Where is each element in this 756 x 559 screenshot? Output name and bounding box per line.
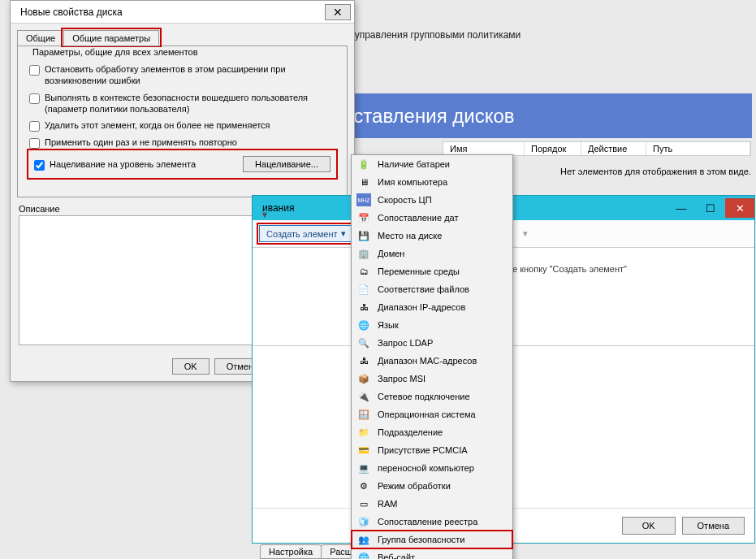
msi-icon: 📦 (356, 372, 371, 385)
group-label: Параметры, общие для всех элементов (29, 47, 201, 57)
menu-item-ram[interactable]: ▭RAM (352, 495, 512, 513)
menu-item-computer-name[interactable]: 🖥Имя компьютера (352, 173, 512, 191)
menu-item-language[interactable]: 🌐Язык (352, 316, 512, 334)
tab-setup[interactable]: Настройка (260, 544, 322, 559)
dialog-title: Новые свойства диска (20, 6, 123, 18)
menu-item-net-conn[interactable]: 🔌Сетевое подключение (352, 388, 512, 405)
maximize-button[interactable]: ☐ (696, 198, 725, 218)
menu-item-mac-range[interactable]: 🖧Диапазон MAC-адресов (352, 352, 512, 370)
registry-icon: 🧊 (356, 515, 371, 528)
menu-item-ldap-query[interactable]: 🔍Запрос LDAP (352, 334, 512, 352)
disk-icon: 💾 (356, 229, 371, 242)
menu-item-disk-space[interactable]: 💾Место на диске (352, 227, 512, 245)
ou-icon: 📁 (356, 426, 371, 439)
menu-item-ou[interactable]: 📁Подразделение (352, 423, 512, 441)
cb-stop-label: Остановить обработку элементов в этом ра… (45, 63, 335, 87)
cb-stop-on-error[interactable] (29, 65, 40, 76)
footer-tabs: Настройка Расши (260, 544, 365, 559)
menu-item-os[interactable]: 🪟Операционная система (352, 405, 512, 423)
close-button[interactable]: ✕ (725, 198, 754, 218)
dialog-titlebar[interactable]: Новые свойства диска ✕ (11, 1, 354, 24)
chevron-down-icon: ▾ (341, 228, 346, 239)
filter-icon: ▼ (257, 206, 273, 223)
os-icon: 🪟 (356, 408, 371, 421)
cb-ctx-label: Выполнять в контексте безопасности вошед… (45, 92, 335, 115)
cancel-button[interactable]: Отмена (682, 517, 745, 535)
cb-apply-once[interactable] (29, 138, 40, 149)
menu-item-ip-range[interactable]: 🖧Диапазон IP-адресов (352, 298, 512, 316)
blue-header: оставления дисков (333, 93, 752, 138)
network-icon: 🖧 (356, 301, 371, 314)
ok-button[interactable]: OK (172, 358, 210, 375)
col-order[interactable]: Порядок (525, 142, 581, 155)
menu-item-date-match[interactable]: 📅Сопоставление дат (352, 209, 512, 227)
env-icon: 🗂 (356, 265, 371, 278)
file-icon: 📄 (356, 283, 371, 296)
tab-content: Параметры, общие для всех элементов Оста… (17, 46, 348, 197)
ldap-icon: 🔍 (356, 336, 371, 349)
laptop-icon: 💻 (356, 462, 371, 474)
tab-common-params[interactable]: Общие параметры (63, 30, 159, 46)
chevron-down-icon: ▾ (523, 228, 528, 239)
create-item-menu: 🔋Наличие батареи 🖥Имя компьютера MHZСкор… (351, 154, 513, 559)
pcmcia-icon: 💳 (356, 444, 371, 457)
cb-item-targeting[interactable] (34, 160, 45, 171)
cb-target-label: Нацеливание на уровень элемента (50, 158, 196, 170)
menu-item-domain[interactable]: 🏢Домен (352, 245, 512, 262)
connection-icon: 🔌 (356, 390, 371, 403)
menu-item-portable[interactable]: 💻переносной компьютер (352, 459, 512, 477)
menu-item-msi-query[interactable]: 📦Запрос MSI (352, 370, 512, 388)
gpmc-title: ор управления групповыми политиками (341, 29, 521, 41)
cb-user-context[interactable] (29, 93, 40, 104)
common-params-group: Параметры, общие для всех элементов Оста… (24, 53, 340, 184)
minimize-button[interactable]: — (667, 198, 696, 218)
col-name[interactable]: Имя (443, 142, 525, 155)
computer-icon: 🖥 (356, 176, 371, 188)
menu-item-battery[interactable]: 🔋Наличие батареи (352, 155, 512, 173)
menu-item-website[interactable]: 🌐Веб-сайт (352, 548, 512, 559)
menu-item-file-match[interactable]: 📄Соответствие файлов (352, 280, 512, 298)
menu-item-security-group[interactable]: 👥Группа безопасности (352, 531, 512, 548)
menu-item-proc-mode[interactable]: ⚙Режим обработки (352, 477, 512, 495)
col-action[interactable]: Действие (581, 142, 646, 155)
tab-general[interactable]: Общие (17, 30, 64, 46)
menu-item-env-vars[interactable]: 🗂Переменные среды (352, 262, 512, 280)
mac-icon: 🖧 (356, 354, 371, 367)
menu-item-cpu-speed[interactable]: MHZСкорость ЦП (352, 191, 512, 209)
globe-icon: 🌐 (356, 318, 371, 332)
web-icon: 🌐 (356, 551, 371, 559)
ok-button[interactable]: OK (622, 517, 676, 535)
create-item-button[interactable]: Создать элемент ▾ (259, 225, 353, 242)
targeting-row: Нацеливание на уровень элемента Нацелива… (29, 151, 335, 177)
close-button[interactable]: ✕ (325, 4, 351, 20)
domain-icon: 🏢 (356, 247, 371, 260)
cb-once-label: Применить один раз и не применять повтор… (45, 136, 237, 148)
empty-message: Нет элементов для отображения в этом вид… (560, 167, 751, 176)
menu-item-pcmcia[interactable]: 💳Присутствие PCMCIA (352, 441, 512, 459)
menu-item-registry[interactable]: 🧊Сопоставление реестра (352, 513, 512, 531)
cpu-icon: MHZ (356, 193, 371, 206)
targeting-button[interactable]: Нацеливание... (243, 156, 330, 172)
cb-delete[interactable] (29, 121, 40, 132)
cb-del-label: Удалить этот элемент, когда он более не … (45, 119, 270, 131)
ram-icon: ▭ (356, 497, 371, 510)
process-icon: ⚙ (356, 479, 371, 492)
calendar-icon: 📅 (356, 211, 371, 224)
col-path[interactable]: Путь (646, 142, 750, 155)
group-icon: 👥 (356, 533, 371, 546)
battery-icon: 🔋 (356, 158, 371, 171)
